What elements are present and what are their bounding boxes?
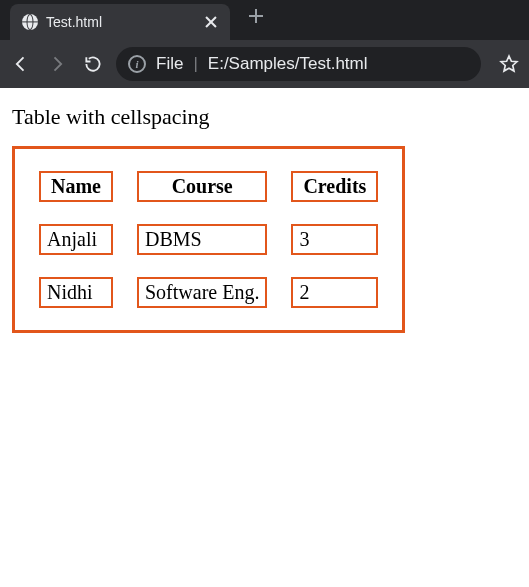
- cell-credits: 2: [291, 277, 378, 308]
- new-tab-button[interactable]: [246, 6, 266, 26]
- forward-button[interactable]: [44, 51, 70, 77]
- tab-title: Test.html: [46, 14, 196, 30]
- toolbar: i File | E:/Samples/Test.html: [0, 40, 529, 88]
- page-heading: Table with cellspacing: [12, 104, 517, 130]
- tab-bar: Test.html: [0, 0, 529, 40]
- globe-icon: [22, 14, 38, 30]
- cell-course: Software Eng.: [137, 277, 267, 308]
- browser-chrome: Test.html i File | E:/Samples/Test.html: [0, 0, 529, 88]
- table-row: Anjali DBMS 3: [39, 224, 378, 255]
- back-button[interactable]: [8, 51, 34, 77]
- address-bar[interactable]: i File | E:/Samples/Test.html: [116, 47, 481, 81]
- bookmark-button[interactable]: [497, 52, 521, 76]
- col-header-name: Name: [39, 171, 113, 202]
- col-header-credits: Credits: [291, 171, 378, 202]
- table-header-row: Name Course Credits: [39, 171, 378, 202]
- cell-course: DBMS: [137, 224, 267, 255]
- reload-button[interactable]: [80, 51, 106, 77]
- info-icon[interactable]: i: [128, 55, 146, 73]
- demo-table: Name Course Credits Anjali DBMS 3 Nidhi …: [12, 146, 405, 333]
- cell-credits: 3: [291, 224, 378, 255]
- url-path: E:/Samples/Test.html: [208, 54, 368, 74]
- url-divider: |: [193, 54, 197, 74]
- table-row: Nidhi Software Eng. 2: [39, 277, 378, 308]
- url-scheme: File: [156, 54, 183, 74]
- active-tab[interactable]: Test.html: [10, 4, 230, 40]
- close-icon[interactable]: [204, 15, 218, 29]
- page-content: Table with cellspacing Name Course Credi…: [0, 88, 529, 345]
- col-header-course: Course: [137, 171, 267, 202]
- cell-name: Anjali: [39, 224, 113, 255]
- cell-name: Nidhi: [39, 277, 113, 308]
